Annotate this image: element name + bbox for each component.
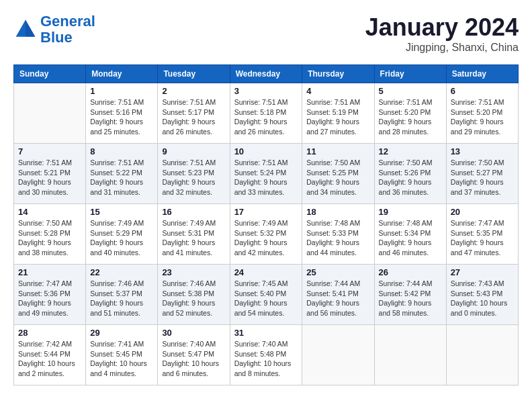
calendar-cell: 29Sunrise: 7:41 AMSunset: 5:45 PMDayligh… (86, 325, 158, 385)
day-number: 1 (90, 86, 153, 96)
cell-info: Sunrise: 7:45 AMSunset: 5:40 PMDaylight:… (234, 279, 298, 318)
calendar-cell: 14Sunrise: 7:50 AMSunset: 5:28 PMDayligh… (14, 204, 86, 265)
svg-marker-1 (26, 20, 35, 37)
day-of-week-header: Thursday (302, 65, 374, 83)
cell-info: Sunrise: 7:51 AMSunset: 5:20 PMDaylight:… (451, 97, 514, 137)
calendar-header-row: SundayMondayTuesdayWednesdayThursdayFrid… (14, 65, 519, 83)
calendar-cell: 20Sunrise: 7:47 AMSunset: 5:35 PMDayligh… (446, 204, 518, 265)
calendar-cell (14, 83, 86, 144)
day-number: 9 (162, 146, 225, 156)
cell-info: Sunrise: 7:50 AMSunset: 5:27 PMDaylight:… (451, 158, 514, 197)
cell-info: Sunrise: 7:51 AMSunset: 5:22 PMDaylight:… (90, 158, 153, 197)
calendar-week-row: 7Sunrise: 7:51 AMSunset: 5:21 PMDaylight… (14, 144, 519, 204)
cell-info: Sunrise: 7:51 AMSunset: 5:17 PMDaylight:… (162, 97, 225, 137)
title-block: January 2024 Jingping, Shanxi, China (365, 13, 519, 54)
calendar-cell: 31Sunrise: 7:40 AMSunset: 5:48 PMDayligh… (230, 325, 302, 385)
day-number: 31 (234, 328, 298, 338)
calendar-cell: 8Sunrise: 7:51 AMSunset: 5:22 PMDaylight… (86, 144, 158, 204)
day-number: 15 (90, 207, 153, 217)
calendar-cell (446, 325, 518, 385)
cell-info: Sunrise: 7:51 AMSunset: 5:24 PMDaylight:… (234, 158, 298, 197)
calendar-cell: 1Sunrise: 7:51 AMSunset: 5:16 PMDaylight… (86, 83, 158, 144)
day-number: 25 (306, 267, 369, 277)
calendar-cell: 18Sunrise: 7:48 AMSunset: 5:33 PMDayligh… (302, 204, 374, 265)
cell-info: Sunrise: 7:51 AMSunset: 5:19 PMDaylight:… (306, 97, 369, 137)
cell-info: Sunrise: 7:49 AMSunset: 5:29 PMDaylight:… (90, 218, 153, 258)
day-number: 10 (234, 146, 298, 156)
cell-info: Sunrise: 7:47 AMSunset: 5:35 PMDaylight:… (451, 218, 514, 258)
day-number: 21 (18, 267, 81, 277)
day-number: 12 (379, 146, 442, 156)
day-number: 13 (451, 146, 514, 156)
day-number: 8 (90, 146, 153, 156)
calendar-cell: 7Sunrise: 7:51 AMSunset: 5:21 PMDaylight… (14, 144, 86, 204)
cell-info: Sunrise: 7:48 AMSunset: 5:34 PMDaylight:… (379, 218, 442, 258)
calendar-cell (302, 325, 374, 385)
logo-line1: General (40, 13, 95, 30)
cell-info: Sunrise: 7:51 AMSunset: 5:21 PMDaylight:… (18, 158, 81, 197)
cell-info: Sunrise: 7:51 AMSunset: 5:18 PMDaylight:… (234, 97, 298, 137)
cell-info: Sunrise: 7:51 AMSunset: 5:23 PMDaylight:… (162, 158, 225, 197)
cell-info: Sunrise: 7:43 AMSunset: 5:43 PMDaylight:… (451, 279, 514, 318)
calendar-table: SundayMondayTuesdayWednesdayThursdayFrid… (13, 64, 519, 385)
day-of-week-header: Saturday (446, 65, 518, 83)
logo-text: General Blue (40, 13, 95, 46)
day-number: 7 (18, 146, 81, 156)
logo-icon (13, 17, 38, 42)
day-number: 3 (234, 86, 298, 96)
day-number: 26 (379, 267, 442, 277)
calendar-cell: 10Sunrise: 7:51 AMSunset: 5:24 PMDayligh… (230, 144, 302, 204)
day-number: 27 (451, 267, 514, 277)
calendar-cell: 12Sunrise: 7:50 AMSunset: 5:26 PMDayligh… (374, 144, 446, 204)
logo: General Blue (13, 13, 95, 46)
day-number: 24 (234, 267, 298, 277)
cell-info: Sunrise: 7:50 AMSunset: 5:26 PMDaylight:… (379, 158, 442, 197)
cell-info: Sunrise: 7:44 AMSunset: 5:42 PMDaylight:… (379, 279, 442, 318)
day-number: 5 (379, 86, 442, 96)
cell-info: Sunrise: 7:40 AMSunset: 5:47 PMDaylight:… (162, 339, 225, 379)
calendar-cell: 24Sunrise: 7:45 AMSunset: 5:40 PMDayligh… (230, 265, 302, 325)
calendar-cell: 6Sunrise: 7:51 AMSunset: 5:20 PMDaylight… (446, 83, 518, 144)
day-of-week-header: Monday (86, 65, 158, 83)
calendar-cell: 11Sunrise: 7:50 AMSunset: 5:25 PMDayligh… (302, 144, 374, 204)
logo-line2: Blue (40, 29, 73, 46)
calendar-cell: 30Sunrise: 7:40 AMSunset: 5:47 PMDayligh… (158, 325, 230, 385)
day-of-week-header: Friday (374, 65, 446, 83)
calendar-cell: 13Sunrise: 7:50 AMSunset: 5:27 PMDayligh… (446, 144, 518, 204)
cell-info: Sunrise: 7:48 AMSunset: 5:33 PMDaylight:… (306, 218, 369, 258)
calendar-cell: 15Sunrise: 7:49 AMSunset: 5:29 PMDayligh… (86, 204, 158, 265)
calendar-cell: 25Sunrise: 7:44 AMSunset: 5:41 PMDayligh… (302, 265, 374, 325)
cell-info: Sunrise: 7:46 AMSunset: 5:37 PMDaylight:… (90, 279, 153, 318)
day-number: 19 (379, 207, 442, 217)
cell-info: Sunrise: 7:44 AMSunset: 5:41 PMDaylight:… (306, 279, 369, 318)
calendar-cell: 26Sunrise: 7:44 AMSunset: 5:42 PMDayligh… (374, 265, 446, 325)
day-number: 18 (306, 207, 369, 217)
calendar-cell: 19Sunrise: 7:48 AMSunset: 5:34 PMDayligh… (374, 204, 446, 265)
day-number: 28 (18, 328, 81, 338)
calendar-cell: 28Sunrise: 7:42 AMSunset: 5:44 PMDayligh… (14, 325, 86, 385)
calendar-week-row: 1Sunrise: 7:51 AMSunset: 5:16 PMDaylight… (14, 83, 519, 144)
calendar-cell: 17Sunrise: 7:49 AMSunset: 5:32 PMDayligh… (230, 204, 302, 265)
calendar-cell: 16Sunrise: 7:49 AMSunset: 5:31 PMDayligh… (158, 204, 230, 265)
day-number: 14 (18, 207, 81, 217)
day-number: 29 (90, 328, 153, 338)
page-header: General Blue January 2024 Jingping, Shan… (13, 13, 519, 54)
day-number: 4 (306, 86, 369, 96)
month-title: January 2024 (365, 13, 519, 42)
calendar-cell: 4Sunrise: 7:51 AMSunset: 5:19 PMDaylight… (302, 83, 374, 144)
cell-info: Sunrise: 7:42 AMSunset: 5:44 PMDaylight:… (18, 339, 81, 379)
calendar-cell: 2Sunrise: 7:51 AMSunset: 5:17 PMDaylight… (158, 83, 230, 144)
cell-info: Sunrise: 7:51 AMSunset: 5:16 PMDaylight:… (90, 97, 153, 137)
cell-info: Sunrise: 7:49 AMSunset: 5:31 PMDaylight:… (162, 218, 225, 258)
cell-info: Sunrise: 7:40 AMSunset: 5:48 PMDaylight:… (234, 339, 298, 379)
location-subtitle: Jingping, Shanxi, China (365, 42, 519, 54)
cell-info: Sunrise: 7:47 AMSunset: 5:36 PMDaylight:… (18, 279, 81, 318)
calendar-cell: 9Sunrise: 7:51 AMSunset: 5:23 PMDaylight… (158, 144, 230, 204)
day-number: 17 (234, 207, 298, 217)
calendar-week-row: 21Sunrise: 7:47 AMSunset: 5:36 PMDayligh… (14, 265, 519, 325)
day-number: 6 (451, 86, 514, 96)
cell-info: Sunrise: 7:49 AMSunset: 5:32 PMDaylight:… (234, 218, 298, 258)
day-number: 11 (306, 146, 369, 156)
day-of-week-header: Sunday (14, 65, 86, 83)
day-number: 16 (162, 207, 225, 217)
